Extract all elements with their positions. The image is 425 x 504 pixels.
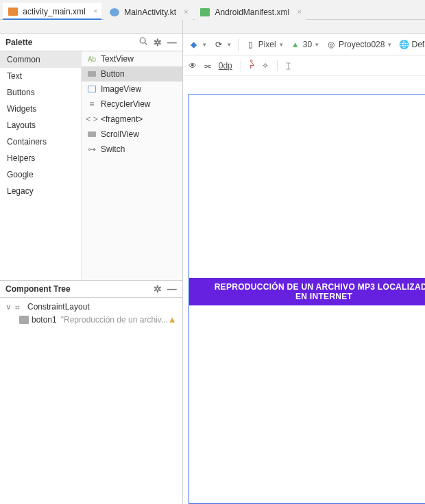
device-select[interactable]: ▯Pixel [245,39,283,50]
search-icon[interactable] [138,36,148,48]
gear-icon[interactable]: ✲ [154,284,162,294]
theme-icon: ◎ [326,39,337,50]
palette-item-imageview[interactable]: ImageView [82,81,182,97]
kotlin-icon [110,8,119,16]
tree-item-desc: "Reproducción de un archiv... [61,315,168,325]
scrollview-icon [87,130,97,138]
orientation-select[interactable]: ⟳ [213,39,231,50]
phone-icon: ▯ [245,39,256,50]
palette-cat-helpers[interactable]: Helpers [0,150,81,166]
palette-item-fragment[interactable]: < ><fragment> [82,112,182,127]
tab-activity-main[interactable]: activity_main.xml × [3,3,101,21]
close-icon[interactable]: × [92,7,99,15]
default-margin[interactable]: 0dp [219,61,232,71]
minimize-icon[interactable]: — [167,37,177,48]
autoconnect-icon[interactable]: ⫘ [204,61,212,71]
warning-icon[interactable]: ▲ [168,314,177,325]
palette-cat-text[interactable]: Text [0,68,81,84]
infer-constraints-icon[interactable]: ✧ [262,61,269,71]
palette-cat-google[interactable]: Google [0,166,81,183]
palette-cat-layouts[interactable]: Layouts [0,117,81,134]
palette-item-recyclerview[interactable]: ≡RecyclerView [82,97,182,112]
palette-item-textview[interactable]: AbTextView [82,51,182,66]
globe-icon: 🌐 [398,39,409,50]
close-icon[interactable]: × [296,8,303,16]
palette-item-scrollview[interactable]: ScrollView [82,127,182,142]
tab-manifest[interactable]: AndroidManifest.xml × [195,3,306,21]
switch-icon: ⊶ [87,145,97,153]
tree-root-constraintlayout[interactable]: ∨ ⌗ ConstraintLayout [0,301,182,313]
view-options-icon[interactable]: 👁 [189,61,197,71]
design-sub-toolbar: 👁 ⫘ 0dp ᔧ ✧ ⌶ [183,55,425,76]
layers-icon: ◆ [189,39,199,50]
tab-label: activity_main.xml [23,7,85,16]
locale-select[interactable]: 🌐Default (e [398,39,425,50]
rotate-icon: ⟳ [213,39,224,50]
tree-item-boton1[interactable]: boton1 "Reproducción de un archiv... ▲ [0,313,182,326]
minimize-icon[interactable]: — [167,284,177,294]
gear-icon[interactable]: ✲ [154,37,162,48]
attributes-bar: 🔧 [183,76,425,94]
palette-cat-widgets[interactable]: Widgets [0,101,81,117]
palette-title: Palette [5,38,133,47]
expand-icon[interactable]: ∨ [5,302,15,312]
component-tree: ∨ ⌗ ConstraintLayout boton1 "Reproducció… [0,298,182,504]
fragment-icon: < > [87,115,97,123]
guidelines-icon[interactable]: ⌶ [286,61,291,71]
palette-cat-buttons[interactable]: Buttons [0,84,81,101]
palette-items: AbTextView Button ImageView ≡RecyclerVie… [81,51,182,280]
svg-point-0 [140,38,145,43]
tab-label: AndroidManifest.xml [215,8,289,17]
design-canvas[interactable]: REPRODUCCIÓN DE UN ARCHIVO MP3 LOCALIZAD… [183,94,425,504]
api-select[interactable]: ▲30 [290,39,319,50]
close-icon[interactable]: × [182,8,189,16]
theme-select[interactable]: ◎Proyecto028 [326,39,391,50]
svg-line-1 [145,42,147,45]
recyclerview-icon: ≡ [87,100,97,108]
palette-cat-legacy[interactable]: Legacy [0,183,81,199]
palette-body: Common Text Buttons Widgets Layouts Cont… [0,51,182,280]
imageview-icon [87,85,97,93]
xml-icon [8,8,18,16]
preview-button-boton1[interactable]: REPRODUCCIÓN DE UN ARCHIVO MP3 LOCALIZAD… [189,278,425,305]
device-frame[interactable]: REPRODUCCIÓN DE UN ARCHIVO MP3 LOCALIZAD… [189,94,425,504]
tree-item-name: boton1 [32,315,57,325]
surface-select[interactable]: ◆ [189,39,206,50]
palette-item-switch[interactable]: ⊶Switch [82,142,182,157]
spacer [0,20,182,34]
palette-cat-common[interactable]: Common [0,51,81,68]
manifest-icon [200,8,210,16]
button-icon [19,316,29,324]
tab-main-activity[interactable]: MainActivity.kt × [104,3,193,21]
android-icon: ▲ [290,39,301,50]
tab-label: MainActivity.kt [124,8,176,17]
component-tree-title: Component Tree [5,284,148,294]
palette-item-button[interactable]: Button [82,66,182,81]
textview-icon: Ab [87,55,97,63]
component-tree-header: Component Tree ✲ — [0,281,182,297]
palette-header: Palette ✲ — [0,34,182,51]
editor-tabs: activity_main.xml × MainActivity.kt × An… [0,0,425,19]
design-toolbar: ◆ ⟳ ▯Pixel ▲30 ◎Proyecto028 🌐Default (e [183,34,425,55]
button-icon [87,70,97,78]
clear-constraints-icon[interactable]: ᔧ [250,61,255,71]
palette-cat-containers[interactable]: Containers [0,134,81,150]
constraintlayout-icon: ⌗ [15,303,25,311]
spacer [183,20,425,34]
palette-categories: Common Text Buttons Widgets Layouts Cont… [0,51,81,280]
